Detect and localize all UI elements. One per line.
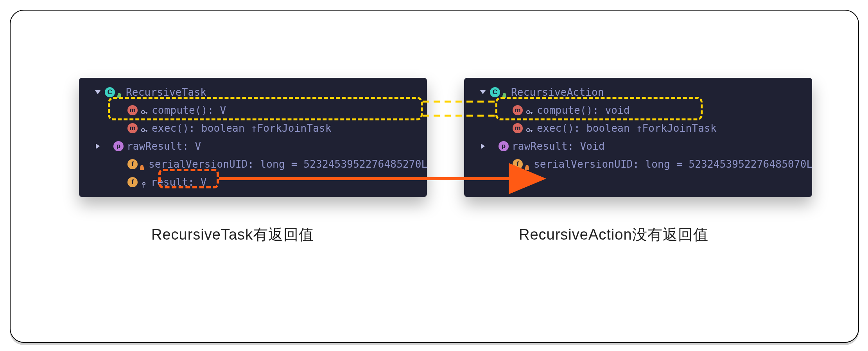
svg-rect-0	[117, 95, 121, 98]
svg-point-4	[143, 183, 145, 185]
pin-icon	[141, 179, 147, 185]
svg-rect-6	[502, 95, 506, 98]
method-signature: compute(): V	[152, 105, 226, 116]
chevron-down-icon[interactable]	[91, 90, 105, 94]
field-label: result: V	[151, 177, 207, 188]
method-icon	[127, 123, 138, 133]
field-icon	[127, 177, 138, 187]
class-icon	[490, 87, 500, 97]
class-header-row[interactable]: RecursiveTask	[79, 83, 427, 101]
caption-left: RecursiveTask有返回值	[151, 225, 314, 245]
property-label: rawResult: Void	[512, 141, 605, 152]
class-title: RecursiveTask	[126, 87, 206, 98]
outer-frame: RecursiveTask compute(): V exec(): boole…	[10, 10, 859, 343]
field-row-serialversionuid[interactable]: serialVersionUID: long = 523245395227648…	[464, 155, 812, 173]
method-icon	[513, 123, 523, 133]
svg-point-1	[142, 111, 145, 114]
method-row-compute[interactable]: compute(): void	[464, 101, 812, 119]
svg-rect-9	[525, 167, 529, 170]
method-signature: exec(): boolean ↑ForkJoinTask	[537, 123, 717, 134]
field-icon	[513, 159, 523, 169]
method-signature: compute(): void	[537, 105, 630, 116]
svg-rect-3	[140, 167, 144, 170]
key-icon	[526, 107, 533, 114]
structure-panel-recursiveaction: RecursiveAction compute(): void exec(): …	[464, 78, 812, 197]
method-signature: exec(): boolean ↑ForkJoinTask	[152, 123, 332, 134]
method-row-compute[interactable]: compute(): V	[79, 101, 427, 119]
field-label: serialVersionUID: long = 523245395227648…	[534, 159, 812, 170]
svg-point-7	[527, 111, 530, 114]
svg-point-2	[142, 129, 145, 132]
lock-icon	[139, 161, 145, 167]
caption-right: RecursiveAction没有返回值	[519, 225, 708, 245]
key-icon	[526, 125, 533, 132]
structure-panel-recursivetask: RecursiveTask compute(): V exec(): boole…	[79, 78, 427, 197]
property-icon	[113, 141, 124, 151]
lock-icon	[117, 90, 122, 95]
svg-point-8	[527, 129, 530, 132]
field-label: serialVersionUID: long = 523245395227648…	[149, 159, 427, 170]
field-row-result[interactable]: result: V	[79, 173, 427, 191]
class-title: RecursiveAction	[511, 87, 604, 98]
class-header-row[interactable]: RecursiveAction	[464, 83, 812, 101]
property-row-rawresult[interactable]: rawResult: V	[79, 137, 427, 155]
chevron-right-icon[interactable]	[91, 143, 105, 149]
field-row-serialversionuid[interactable]: serialVersionUID: long = 523245395227648…	[79, 155, 427, 173]
key-icon	[141, 125, 148, 132]
method-icon	[513, 105, 523, 115]
class-icon	[105, 87, 115, 97]
property-icon	[499, 141, 509, 151]
method-row-exec[interactable]: exec(): boolean ↑ForkJoinTask	[79, 119, 427, 137]
chevron-down-icon[interactable]	[476, 90, 490, 94]
chevron-right-icon[interactable]	[476, 143, 490, 149]
property-label: rawResult: V	[127, 141, 201, 152]
method-row-exec[interactable]: exec(): boolean ↑ForkJoinTask	[464, 119, 812, 137]
lock-icon	[524, 161, 530, 167]
property-row-rawresult[interactable]: rawResult: Void	[464, 137, 812, 155]
field-icon	[127, 159, 138, 169]
lock-icon	[502, 90, 507, 95]
key-icon	[141, 107, 148, 114]
method-icon	[127, 105, 138, 115]
